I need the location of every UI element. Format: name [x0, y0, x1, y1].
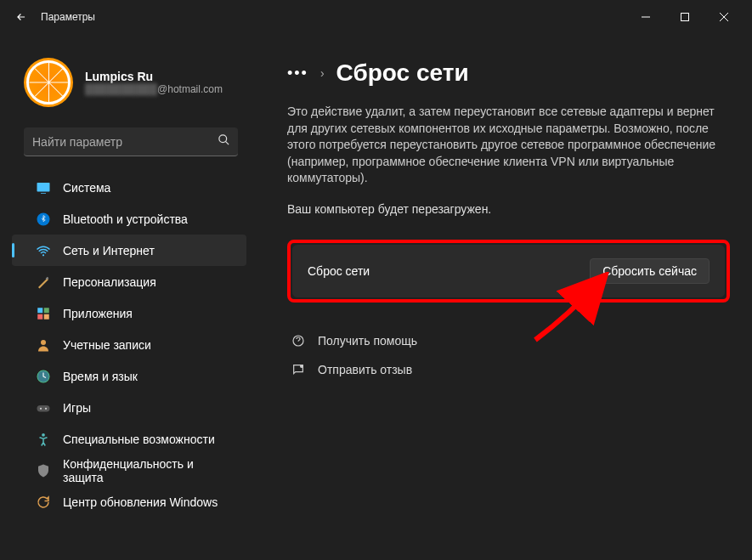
restart-note: Ваш компьютер будет перезагружен.	[287, 202, 730, 216]
sidebar-item-bluetooth[interactable]: Bluetooth и устройства	[12, 203, 246, 235]
svg-point-1	[219, 135, 227, 143]
sidebar-item-label: Центр обновления Windows	[63, 495, 218, 509]
svg-point-16	[42, 433, 45, 436]
svg-rect-0	[681, 14, 689, 21]
sidebar-item-label: Bluetooth и устройства	[63, 212, 188, 226]
chevron-right-icon: ›	[320, 66, 325, 80]
sidebar-item-network[interactable]: Сеть и Интернет	[12, 235, 246, 266]
update-icon	[36, 495, 51, 510]
network-icon	[36, 243, 51, 258]
sidebar-item-label: Сеть и Интернет	[63, 244, 155, 257]
maximize-button[interactable]	[665, 3, 704, 31]
svg-rect-9	[44, 314, 49, 319]
sidebar-item-label: Игры	[63, 401, 91, 415]
reset-label: Сброс сети	[308, 264, 370, 278]
sidebar-item-apps[interactable]: Приложения	[12, 297, 246, 329]
search-input[interactable]	[32, 135, 218, 149]
search-icon	[218, 133, 231, 150]
profile-name: Lumpics Ru	[85, 70, 223, 83]
svg-rect-2	[37, 183, 50, 192]
sidebar: Lumpics Ru ██████████@hotmail.com Систем…	[0, 34, 262, 560]
reset-now-button[interactable]: Сбросить сейчас	[590, 258, 710, 284]
svg-rect-13	[37, 405, 50, 412]
breadcrumb-ellipsis[interactable]: •••	[287, 65, 308, 82]
system-icon	[36, 180, 51, 195]
sidebar-item-label: Приложения	[63, 307, 133, 320]
profile-email: ██████████@hotmail.com	[85, 83, 223, 95]
sidebar-item-accessibility[interactable]: Специальные возможности	[12, 423, 246, 455]
feedback-link[interactable]: Отправить отзыв	[287, 355, 730, 384]
sidebar-item-label: Учетные записи	[63, 338, 151, 352]
main-content: ••• › Сброс сети Это действие удалит, а …	[262, 34, 752, 560]
sidebar-item-label: Система	[63, 181, 110, 195]
minimize-button[interactable]	[626, 3, 665, 31]
help-icon	[291, 333, 306, 348]
feedback-icon	[291, 362, 306, 377]
personalize-icon	[36, 274, 51, 290]
time-icon	[36, 369, 51, 384]
privacy-icon	[36, 463, 51, 478]
apps-icon	[36, 306, 51, 321]
accessibility-icon	[36, 432, 51, 447]
breadcrumb: ••• › Сброс сети	[287, 59, 730, 87]
games-icon	[36, 400, 51, 416]
sidebar-item-games[interactable]: Игры	[12, 392, 246, 423]
sidebar-item-personalize[interactable]: Персонализация	[12, 266, 246, 297]
svg-rect-7	[44, 308, 49, 313]
svg-point-10	[41, 340, 46, 345]
profile-block[interactable]: Lumpics Ru ██████████@hotmail.com	[0, 34, 253, 124]
bluetooth-icon	[36, 212, 51, 227]
sidebar-item-accounts[interactable]: Учетные записи	[12, 329, 246, 360]
accounts-icon	[36, 337, 51, 353]
help-link-label: Получить помощь	[318, 334, 417, 348]
svg-point-15	[45, 407, 47, 409]
close-button[interactable]	[704, 3, 744, 31]
svg-point-14	[40, 407, 42, 409]
svg-rect-8	[37, 314, 42, 319]
sidebar-item-time[interactable]: Время и язык	[12, 360, 246, 392]
nav: Система Bluetooth и устройства Сеть и Ин…	[0, 172, 253, 518]
sidebar-item-label: Специальные возможности	[63, 433, 215, 446]
back-button[interactable]	[8, 4, 34, 30]
sidebar-item-system[interactable]: Система	[12, 172, 246, 203]
sidebar-item-update[interactable]: Центр обновления Windows	[12, 486, 246, 518]
description-text: Это действие удалит, а затем переустанов…	[287, 104, 730, 187]
reset-card-highlight: Сброс сети Сбросить сейчас	[287, 240, 730, 303]
sidebar-item-label: Время и язык	[63, 370, 138, 383]
reset-card: Сброс сети Сбросить сейчас	[292, 245, 725, 297]
search-box[interactable]	[24, 127, 238, 156]
sidebar-item-label: Персонализация	[63, 275, 156, 289]
window-controls	[626, 3, 744, 31]
svg-rect-3	[41, 193, 46, 194]
svg-rect-6	[37, 308, 42, 313]
avatar	[24, 58, 73, 107]
svg-point-18	[300, 365, 303, 368]
sidebar-item-label: Конфиденциальность и защита	[63, 457, 236, 484]
titlebar: Параметры	[0, 0, 752, 34]
svg-point-5	[42, 254, 44, 256]
window-title: Параметры	[41, 11, 95, 23]
get-help-link[interactable]: Получить помощь	[287, 326, 730, 355]
feedback-link-label: Отправить отзыв	[318, 363, 412, 376]
page-title: Сброс сети	[336, 59, 469, 87]
sidebar-item-privacy[interactable]: Конфиденциальность и защита	[12, 455, 246, 486]
